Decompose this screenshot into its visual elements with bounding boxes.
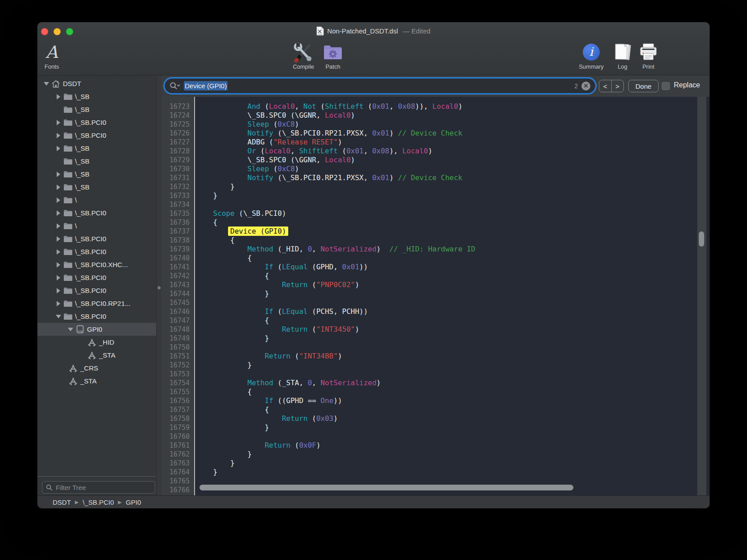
code-line: 16725 Sleep (0xC8): [162, 120, 697, 129]
code-line-text: Return ("INT3450"): [194, 325, 359, 334]
line-number: 16749: [162, 334, 194, 343]
tree-item-sbpci0xhc[interactable]: \_SB.PCI0.XHC...: [37, 258, 156, 271]
code-line: 16765: [162, 477, 697, 486]
window-title-edited: — Edited: [401, 27, 431, 35]
tree-item-sb[interactable]: \_SB: [37, 181, 156, 194]
find-next-button[interactable]: >: [612, 80, 624, 92]
tree-item-sbpci0[interactable]: \_SB.PCI0: [37, 206, 156, 219]
disclosure-triangle-icon[interactable]: [55, 146, 62, 151]
tree-item-sta[interactable]: _STA: [37, 375, 156, 387]
vertical-scrollbar-thumb[interactable]: [699, 231, 704, 247]
breadcrumb-item[interactable]: GPI0: [126, 498, 141, 506]
code-line-text: If (LEqual (PCHS, PCHH)): [194, 307, 368, 316]
tree-item-dsdt[interactable]: DSDT: [37, 77, 156, 90]
tree-item-sbpci0[interactable]: \_SB.PCI0: [37, 232, 156, 245]
tree-item-sb[interactable]: \_SB: [37, 142, 156, 155]
tree-item-sbpci0[interactable]: \_SB.PCI0: [37, 245, 156, 258]
tree-item-label: \_SB.PCI0.XHC...: [75, 261, 128, 268]
log-button[interactable]: Log: [608, 41, 637, 74]
summary-button[interactable]: i Summary: [577, 41, 606, 74]
tree-item-[interactable]: \: [37, 219, 156, 232]
folder-icon: [63, 313, 73, 320]
breadcrumb-item[interactable]: \_SB.PCI0: [83, 498, 114, 506]
tree-item-sb[interactable]: \_SB: [37, 168, 156, 181]
tree-item-crs[interactable]: _CRS: [37, 362, 156, 375]
vertical-scrollbar[interactable]: [697, 97, 706, 495]
find-input[interactable]: Device (GPI0) 2 ✕: [165, 79, 595, 93]
compile-button[interactable]: Compile: [289, 41, 318, 74]
disclosure-triangle-icon[interactable]: [55, 120, 62, 125]
line-number: 16752: [162, 361, 194, 370]
disclosure-triangle-icon[interactable]: [55, 133, 62, 138]
disclosure-triangle-icon[interactable]: [55, 185, 62, 190]
code-line-text: {: [194, 218, 217, 227]
code-line: 16734: [162, 200, 697, 209]
method-icon: [68, 364, 78, 372]
patch-button[interactable]: Patch: [319, 41, 347, 74]
disclosure-triangle-icon[interactable]: [55, 288, 62, 293]
breadcrumb-item[interactable]: DSDT: [53, 498, 71, 506]
folder-icon: [63, 235, 73, 243]
fonts-button[interactable]: A Fonts: [37, 41, 66, 74]
tree-item-hid[interactable]: _HID: [37, 336, 156, 349]
tree-item-sb[interactable]: \_SB: [37, 155, 156, 168]
disclosure-triangle-icon[interactable]: [55, 301, 62, 306]
tree-item-label: _CRS: [80, 364, 98, 372]
code-line: 16745: [162, 298, 697, 307]
disclosure-triangle-icon[interactable]: [55, 315, 62, 318]
filter-tree-placeholder: Filter Tree: [56, 484, 86, 491]
tree-item-sta[interactable]: _STA: [37, 349, 156, 362]
find-nav-group: < >: [599, 80, 624, 92]
folder-icon: [63, 248, 73, 255]
tree-item-sb[interactable]: \_SB: [37, 103, 156, 116]
code-editor[interactable]: 16723 And (Local0, Not (ShiftLeft (0x01,…: [162, 97, 710, 495]
tree-item-sb[interactable]: \_SB: [37, 90, 156, 103]
line-number: 16730: [162, 165, 194, 173]
disclosure-triangle-icon[interactable]: [55, 94, 62, 99]
replace-checkbox[interactable]: [662, 82, 670, 90]
disclosure-triangle-icon[interactable]: [55, 262, 62, 268]
disclosure-triangle-icon[interactable]: [55, 223, 62, 229]
search-menu-icon[interactable]: [170, 82, 180, 90]
sidebar-tree: DSDT\_SB\_SB\_SB.PCI0\_SB.PCI0\_SB\_SB\_…: [37, 75, 156, 477]
horizontal-scrollbar-thumb[interactable]: [199, 485, 573, 490]
tree-item-sbpci0[interactable]: \_SB.PCI0: [37, 129, 156, 142]
code-line-text: }: [194, 334, 269, 343]
code-line-text: Method (_STA, 0, NotSerialized): [194, 379, 381, 387]
tree-item-gpi0[interactable]: GPI0: [37, 323, 156, 336]
done-button[interactable]: Done: [628, 80, 659, 92]
print-button[interactable]: Print: [634, 41, 663, 74]
disclosure-triangle-icon[interactable]: [55, 236, 62, 242]
tree-item-sbpci0[interactable]: \_SB.PCI0: [37, 310, 156, 323]
tree-item-label: \_SB: [75, 157, 90, 165]
split-divider[interactable]: [156, 75, 162, 495]
tree-item-sbpci0[interactable]: \_SB.PCI0: [37, 271, 156, 284]
disclosure-triangle-icon[interactable]: [55, 172, 62, 177]
tree-item-sbpci0rp21[interactable]: \_SB.PCI0.RP21...: [37, 297, 156, 310]
code-line: 16757 {: [162, 405, 697, 414]
line-number: 16726: [162, 129, 194, 138]
disclosure-triangle-icon[interactable]: [55, 210, 62, 216]
tree-item-label: \: [75, 196, 77, 204]
compile-label: Compile: [293, 63, 314, 70]
code-line-text: [194, 486, 196, 494]
code-line: 16727 ADBG ("Release RESET"): [162, 138, 697, 147]
clear-search-icon[interactable]: ✕: [581, 82, 590, 91]
disclosure-triangle-icon[interactable]: [55, 249, 62, 255]
disclosure-triangle-icon[interactable]: [55, 198, 62, 203]
code-line-text: {: [194, 254, 252, 263]
tree-item-sbpci0[interactable]: \_SB.PCI0: [37, 284, 156, 297]
code-line-text: Or (Local0, ShiftLeft (0x01, 0x08), Loca…: [194, 147, 432, 156]
log-icon: [613, 41, 632, 63]
disclosure-triangle-icon[interactable]: [55, 275, 62, 280]
breadcrumb-separator-icon: ▶: [75, 499, 79, 505]
disclosure-triangle-icon[interactable]: [67, 328, 74, 331]
disclosure-triangle-icon[interactable]: [43, 82, 50, 86]
patch-label: Patch: [325, 63, 340, 70]
code-line-text: Scope (\_SB.PCI0): [194, 209, 286, 218]
line-number: 16723: [162, 102, 194, 111]
tree-item-sbpci0[interactable]: \_SB.PCI0: [37, 116, 156, 129]
find-previous-button[interactable]: <: [599, 80, 612, 92]
filter-tree-field[interactable]: Filter Tree: [42, 481, 155, 494]
tree-item-[interactable]: \: [37, 194, 156, 206]
